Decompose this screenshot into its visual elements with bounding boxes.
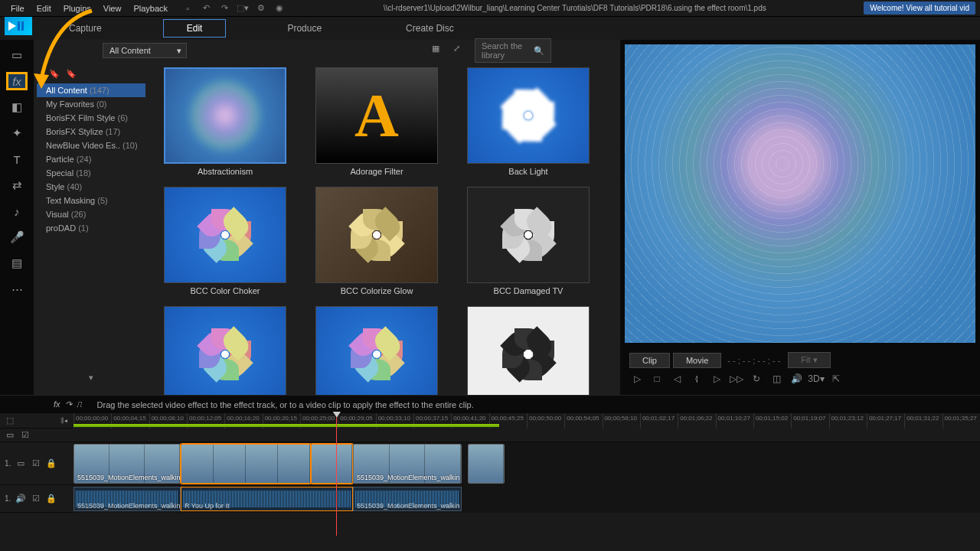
- cat-all-content[interactable]: All Content (147): [37, 83, 145, 97]
- effect-grid: ▴ ◂ Abstractionism A Adorage Filter Back…: [149, 61, 620, 395]
- tag-add-icon[interactable]: 🔖: [49, 69, 60, 79]
- step-back-icon[interactable]: ⦉: [689, 373, 704, 385]
- cat-visual[interactable]: Visual (26): [37, 207, 145, 221]
- cat-prodad[interactable]: proDAD (1): [37, 221, 145, 235]
- transition-room-icon[interactable]: ⇄: [6, 176, 28, 194]
- audio-room-icon[interactable]: ♪: [6, 202, 28, 220]
- loop-icon[interactable]: ↻: [749, 373, 764, 385]
- work-area-bar[interactable]: [74, 424, 499, 427]
- tab-create-disc[interactable]: Create Disc: [383, 20, 477, 37]
- prev-frame-icon[interactable]: ◁: [669, 373, 684, 385]
- video-track-visible-icon[interactable]: ☑: [31, 458, 41, 469]
- gear-icon[interactable]: ⚙: [255, 2, 267, 15]
- video-clip[interactable]: [468, 444, 505, 484]
- aspect-icon[interactable]: ⬚▾: [237, 2, 249, 15]
- cat-style[interactable]: Style (40): [37, 180, 145, 194]
- category-scroll-down-icon[interactable]: ▾: [37, 373, 145, 383]
- timeline-mode-icon[interactable]: ⬚: [5, 416, 15, 426]
- menu-file[interactable]: File: [5, 2, 31, 15]
- audio-track-lock-icon[interactable]: 🔒: [46, 494, 57, 504]
- content-filter-dropdown[interactable]: All Content: [103, 43, 187, 58]
- chapter-room-icon[interactable]: ▤: [6, 254, 28, 272]
- tag-remove-icon[interactable]: 🔖: [66, 69, 77, 79]
- video-clip[interactable]: 5515039_MotionElements_walkin: [353, 444, 462, 484]
- cat-text-masking[interactable]: Text Masking (5): [37, 194, 145, 207]
- cat-newblue[interactable]: NewBlue Video Es.. (10): [37, 139, 145, 152]
- timeline-marker-icon[interactable]: ⦀◂: [58, 416, 69, 426]
- pip-room-icon[interactable]: ◧: [6, 98, 28, 116]
- effect-bcc-color-choker[interactable]: BCC Color Choker: [161, 187, 289, 295]
- audio-track-icon: 🔊: [15, 494, 26, 504]
- audio-clip[interactable]: 5515039_MotionElements_walkin: [74, 487, 181, 511]
- redo-icon[interactable]: ↷: [218, 2, 230, 15]
- undo-icon[interactable]: ↶: [200, 2, 212, 15]
- timeline-ruler[interactable]: 00;00;00;0000;00;04;1500;00;08;1000;00;1…: [74, 413, 980, 429]
- clip-mode-button[interactable]: Clip: [629, 353, 670, 368]
- media-room-icon[interactable]: ▭: [6, 46, 28, 64]
- playhead[interactable]: [336, 413, 337, 536]
- svg-marker-0: [8, 21, 16, 31]
- fx-icon: fx: [54, 399, 60, 409]
- snapshot-icon[interactable]: ◫: [769, 373, 784, 385]
- video-clip[interactable]: [311, 444, 353, 484]
- fit-dropdown[interactable]: Fit ▾: [788, 352, 830, 368]
- play-icon[interactable]: ▷: [629, 373, 645, 385]
- cat-my-favorites[interactable]: My Favorites (0): [37, 97, 145, 111]
- effect-back-light[interactable]: Back Light: [464, 67, 593, 176]
- tab-produce[interactable]: Produce: [264, 20, 345, 37]
- info-bar-icons: fx ↷ ⎍: [54, 399, 82, 409]
- undock-icon[interactable]: ⇱: [828, 373, 844, 385]
- grid-view-icon[interactable]: ▦: [432, 44, 446, 57]
- video-track-lock-icon[interactable]: 🔒: [46, 458, 57, 469]
- effect-bcc-damaged-tv[interactable]: BCC Damaged TV: [464, 187, 593, 295]
- fast-forward-icon[interactable]: ▷▷: [729, 373, 744, 385]
- menu-view[interactable]: View: [97, 2, 128, 15]
- ruler-tick: 00;00;50;00: [527, 413, 564, 429]
- audio-clip[interactable]: R You Up for It: [181, 487, 353, 511]
- audio-track-label: 1.: [5, 494, 11, 503]
- ruler-tick: 00;01;10;27: [716, 413, 753, 429]
- track-collapse-icon[interactable]: ▭: [5, 430, 15, 441]
- cat-borisfx-stylize[interactable]: BorisFX Stylize (17): [37, 125, 145, 139]
- save-icon[interactable]: ▫: [181, 2, 194, 15]
- voice-room-icon[interactable]: 🎤: [6, 228, 28, 246]
- svg-rect-1: [18, 21, 20, 31]
- audio-track-visible-icon[interactable]: ☑: [31, 494, 41, 504]
- tab-capture[interactable]: Capture: [46, 20, 125, 37]
- sort-icon[interactable]: ⤢: [453, 44, 467, 57]
- effect-row3-3[interactable]: [464, 306, 593, 395]
- subtitle-room-icon[interactable]: ⋯: [6, 280, 28, 298]
- movie-mode-button[interactable]: Movie: [673, 353, 721, 368]
- effect-room-icon[interactable]: fx: [6, 72, 28, 90]
- apply-icon: ↷: [65, 399, 72, 409]
- audio-track[interactable]: 5515039_MotionElements_walkinR You Up fo…: [74, 485, 980, 513]
- cat-special[interactable]: Special (18): [37, 166, 145, 180]
- welcome-button[interactable]: Welcome! View all tutorial vid: [864, 2, 975, 15]
- menu-plugins[interactable]: Plugins: [57, 2, 97, 15]
- title-room-icon[interactable]: T: [6, 150, 28, 168]
- ruler-tick: 00;01;31;22: [904, 413, 942, 429]
- particle-room-icon[interactable]: ✦: [6, 124, 28, 142]
- effect-row3-1[interactable]: [161, 306, 289, 395]
- track-select-all-icon[interactable]: ☑: [20, 430, 31, 441]
- tab-edit[interactable]: Edit: [163, 19, 227, 37]
- ruler-tick: 00;00;58;10: [603, 413, 640, 429]
- stop-icon[interactable]: □: [649, 373, 665, 385]
- menu-edit[interactable]: Edit: [31, 2, 57, 15]
- volume-icon[interactable]: 🔊: [789, 373, 804, 385]
- menu-playback[interactable]: Playback: [127, 2, 174, 15]
- effect-abstractionism[interactable]: Abstractionism: [161, 67, 289, 176]
- video-track[interactable]: 5515039_MotionElements_walkin5515039_Mot…: [74, 442, 980, 485]
- video-clip[interactable]: 5515039_MotionElements_walkin: [74, 444, 181, 484]
- effect-row3-2[interactable]: [312, 306, 441, 395]
- next-frame-icon[interactable]: ▷: [709, 373, 724, 385]
- effect-adorage[interactable]: A Adorage Filter: [312, 67, 441, 176]
- effect-bcc-colorize-glow[interactable]: BCC Colorize Glow: [312, 187, 441, 295]
- search-input[interactable]: Search the library 🔍: [475, 38, 551, 63]
- cat-particle[interactable]: Particle (24): [37, 152, 145, 166]
- notification-icon[interactable]: ◉: [273, 2, 286, 15]
- audio-clip[interactable]: 5515039_MotionElements_walkin: [353, 487, 462, 511]
- 3d-button[interactable]: 3D▾: [808, 373, 824, 385]
- cat-borisfx-film[interactable]: BorisFX Film Style (6): [37, 111, 145, 125]
- video-clip[interactable]: [181, 444, 311, 484]
